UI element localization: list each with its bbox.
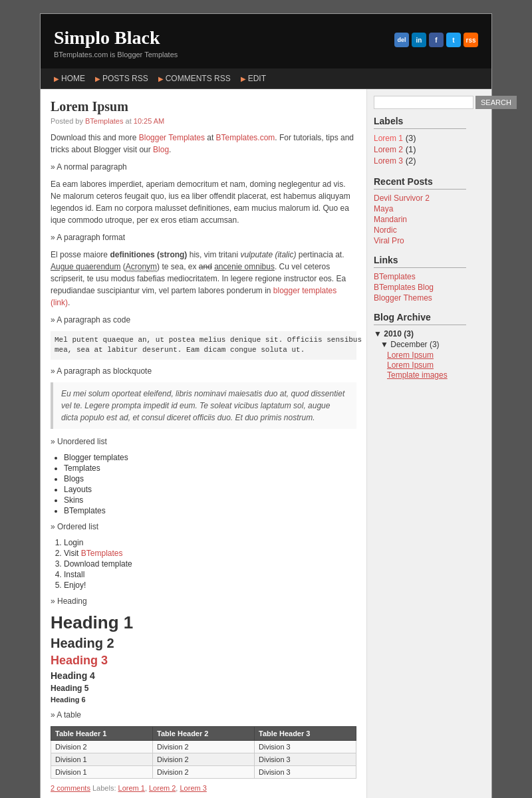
heading-5: Heading 5 bbox=[51, 684, 356, 693]
list-item: BTemplates bbox=[64, 506, 356, 515]
delicious-icon[interactable]: del bbox=[394, 33, 409, 47]
post-1-author[interactable]: BTemplates bbox=[85, 117, 123, 125]
site-tagline: BTemplates.com is Blogger Templates bbox=[54, 51, 178, 59]
table-header-1: Table Header 1 bbox=[51, 726, 153, 740]
sidebar: SEARCH Labels Lorem 1 (3) Lorem 2 (1) Lo… bbox=[366, 89, 473, 798]
table-cell: Division 2 bbox=[153, 753, 255, 765]
table-cell: Division 2 bbox=[153, 740, 255, 753]
ordered-list-label: » Ordered list bbox=[51, 521, 356, 533]
ordered-list: Login Visit BTemplates Download template… bbox=[64, 538, 356, 590]
blockquote-label: » A paragraph as blockquote bbox=[51, 365, 356, 377]
links-title: Links bbox=[374, 255, 466, 268]
recent-post-5[interactable]: Viral Pro bbox=[374, 236, 466, 245]
table-cell: Division 3 bbox=[255, 753, 356, 765]
list-item: Visit BTemplates bbox=[64, 549, 356, 558]
table-cell: Division 3 bbox=[255, 765, 356, 778]
archive-post-2[interactable]: Lorem Ipsum bbox=[387, 360, 466, 370]
label-lorem2[interactable]: Lorem 2 bbox=[149, 784, 176, 792]
post-1-meta: Posted by BTemplates at 10:25 AM bbox=[51, 117, 356, 125]
normal-para-label: » A normal paragraph bbox=[51, 161, 356, 173]
recent-post-4[interactable]: Nordic bbox=[374, 225, 466, 235]
recent-post-3[interactable]: Mandarin bbox=[374, 215, 466, 224]
table-row: Division 1 Division 2 Division 3 bbox=[51, 753, 356, 765]
nav-edit[interactable]: ▶ EDIT bbox=[237, 72, 269, 84]
recent-post-2[interactable]: Maya bbox=[374, 204, 466, 213]
post-table: Table Header 1 Table Header 2 Table Head… bbox=[51, 726, 356, 779]
list-item: Install bbox=[64, 570, 356, 579]
recent-posts-title: Recent Posts bbox=[374, 176, 466, 190]
heading-3: Heading 3 bbox=[51, 654, 356, 668]
post-1-footer: 2 comments Labels: Lorem 1, Lorem 2, Lor… bbox=[51, 784, 356, 792]
navigation: ▶ HOME ▶ POSTS RSS ▶ COMMENTS RSS ▶ EDIT bbox=[41, 68, 491, 89]
table-row: Division 1 Division 2 Division 3 bbox=[51, 765, 356, 778]
btemplates-ordered-link[interactable]: BTemplates bbox=[81, 549, 123, 558]
para-format-label: » A paragraph format bbox=[51, 231, 356, 243]
table-cell: Division 2 bbox=[51, 740, 153, 753]
post-1-comments[interactable]: 2 comments bbox=[51, 784, 90, 792]
link-btemplates[interactable]: BTemplates bbox=[374, 272, 466, 281]
search-input[interactable] bbox=[374, 96, 473, 109]
list-item: Templates bbox=[64, 464, 356, 473]
post-1: Lorem Ipsum Posted by BTemplates at 10:2… bbox=[51, 99, 356, 798]
code-block: Mel putent quaeque an, ut postea melius … bbox=[51, 331, 356, 360]
btemplates-url[interactable]: BTemplates.com bbox=[216, 133, 275, 142]
heading-2: Heading 2 bbox=[51, 636, 356, 651]
nav-posts-rss[interactable]: ▶ POSTS RSS bbox=[92, 72, 152, 84]
labels-section: Labels Lorem 1 (3) Lorem 2 (1) Lorem 3 (… bbox=[374, 116, 466, 167]
rss-icon[interactable]: rss bbox=[464, 33, 478, 47]
btemplates-link[interactable]: Blogger Templates bbox=[139, 133, 205, 142]
table-cell: Division 3 bbox=[255, 740, 356, 753]
label-lorem1-sidebar[interactable]: Lorem 1 bbox=[374, 134, 403, 143]
table-label: » A table bbox=[51, 709, 356, 721]
table-header-2: Table Header 2 bbox=[153, 726, 255, 740]
archive-post-1[interactable]: Lorem Ipsum bbox=[387, 350, 466, 360]
list-item: Layouts bbox=[64, 485, 356, 494]
archive-section: Blog Archive ▼ 2010 (3) ▼ December (3) L… bbox=[374, 312, 466, 380]
recent-posts-section: Recent Posts Devil Survivor 2 Maya Manda… bbox=[374, 176, 466, 245]
social-icons: del in f t rss bbox=[394, 33, 478, 47]
blogger-templates-link[interactable]: blogger templates (link) bbox=[51, 286, 336, 307]
list-item: Enjoy! bbox=[64, 581, 356, 590]
post-1-content: Download this and more Blogger Templates… bbox=[51, 132, 356, 779]
blog-link[interactable]: Blog bbox=[153, 145, 169, 154]
post-1-title: Lorem Ipsum bbox=[51, 99, 356, 114]
headings-label: » Heading bbox=[51, 595, 356, 607]
site-title: Simplo Black bbox=[54, 27, 178, 49]
post-1-time: 10:25 AM bbox=[134, 117, 164, 125]
table-cell: Division 1 bbox=[51, 765, 153, 778]
recent-post-1[interactable]: Devil Survivor 2 bbox=[374, 194, 466, 203]
table-row: Division 2 Division 2 Division 3 bbox=[51, 740, 356, 753]
archive-month: ▼ December (3) bbox=[380, 340, 466, 349]
table-cell: Division 2 bbox=[153, 765, 255, 778]
nav-comments-rss[interactable]: ▶ COMMENTS RSS bbox=[155, 72, 234, 84]
archive-post-3[interactable]: Template images bbox=[387, 370, 466, 380]
unordered-list-label: » Unordered list bbox=[51, 436, 356, 448]
code-label: » A paragraph as code bbox=[51, 314, 356, 326]
list-item: Download template bbox=[64, 559, 356, 569]
blockquote-text: Eu mei solum oporteat eleifend, libris n… bbox=[51, 382, 356, 429]
facebook-icon[interactable]: f bbox=[429, 33, 444, 47]
table-header-3: Table Header 3 bbox=[255, 726, 356, 740]
table-cell: Division 1 bbox=[51, 753, 153, 765]
para-format-text: El posse maiore definitiones (strong) hi… bbox=[51, 249, 356, 309]
label-lorem1[interactable]: Lorem 1 bbox=[118, 784, 145, 792]
link-blogger-themes[interactable]: Blogger Themes bbox=[374, 293, 466, 303]
search-button[interactable]: SEARCH bbox=[475, 96, 517, 109]
search-section: SEARCH bbox=[374, 96, 466, 109]
nav-home[interactable]: ▶ HOME bbox=[51, 72, 88, 84]
label-lorem2-sidebar[interactable]: Lorem 2 bbox=[374, 145, 403, 154]
list-item: Login bbox=[64, 538, 356, 547]
linkedin-icon[interactable]: in bbox=[412, 33, 426, 47]
label-lorem3-sidebar[interactable]: Lorem 3 bbox=[374, 156, 403, 166]
label-item: Lorem 1 (3) Lorem 2 (1) Lorem 3 (2) bbox=[374, 133, 466, 167]
heading-6: Heading 6 bbox=[51, 696, 356, 704]
links-section: Links BTemplates BTemplates Blog Blogger… bbox=[374, 255, 466, 303]
labels-title: Labels bbox=[374, 116, 466, 129]
twitter-icon[interactable]: t bbox=[446, 33, 461, 47]
link-btemplates-blog[interactable]: BTemplates Blog bbox=[374, 283, 466, 292]
label-lorem3[interactable]: Lorem 3 bbox=[180, 784, 206, 792]
list-item: Blogger templates bbox=[64, 453, 356, 462]
heading-4: Heading 4 bbox=[51, 670, 356, 681]
archive-year: ▼ 2010 (3) bbox=[374, 329, 466, 338]
list-item: Blogs bbox=[64, 474, 356, 483]
